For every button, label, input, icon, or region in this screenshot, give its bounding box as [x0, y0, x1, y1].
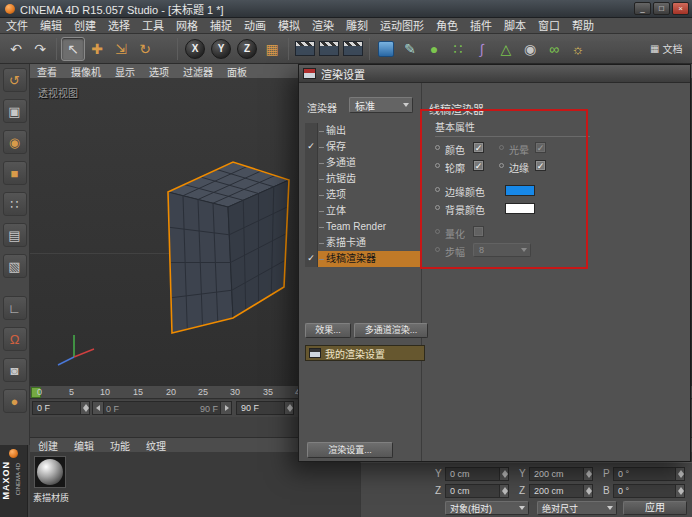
metaball-button[interactable]: ∞ — [542, 37, 566, 61]
light-button[interactable]: ☼ — [566, 37, 590, 61]
menu-item-script[interactable]: 脚本 — [498, 18, 532, 34]
keyframe-dot-icon[interactable] — [499, 145, 504, 150]
keyframe-dot-icon[interactable] — [499, 163, 504, 168]
render-view-button[interactable] — [293, 37, 317, 61]
menu-item-select[interactable]: 选择 — [102, 18, 136, 34]
viewport-menu-filter[interactable]: 过滤器 — [176, 64, 220, 79]
spinner-arrows-icon[interactable] — [80, 402, 89, 414]
list-item-sketch-toon[interactable]: 素描卡通 — [305, 235, 420, 251]
effects-button[interactable]: 效果... — [305, 323, 351, 338]
item-checkbox[interactable] — [305, 187, 318, 203]
size-y-field[interactable]: 200 cm — [529, 467, 593, 481]
spinner-arrows-icon[interactable] — [284, 402, 293, 414]
position-z-field[interactable]: 0 cm — [445, 484, 509, 498]
menu-item-help[interactable]: 帮助 — [566, 18, 600, 34]
menu-item-tools[interactable]: 工具 — [136, 18, 170, 34]
workplane-button[interactable]: ∟ — [3, 296, 27, 320]
polygon-mode-button[interactable]: ▧ — [3, 254, 27, 278]
layout-switcher[interactable]: ▦ 文档 — [650, 41, 688, 56]
floor-button[interactable]: △ — [494, 37, 518, 61]
object-axis-button[interactable]: ■ — [3, 161, 27, 185]
size-z-field[interactable]: 200 cm — [529, 484, 593, 498]
renderer-select[interactable]: 标准 — [349, 97, 413, 113]
apply-button[interactable]: 应用 — [623, 501, 687, 515]
item-checkbox[interactable] — [305, 171, 318, 187]
point-mode-button[interactable]: ∷ — [3, 192, 27, 216]
multipass-button[interactable]: 多通道渲染... — [354, 323, 428, 338]
item-checkbox[interactable] — [305, 235, 318, 251]
list-item-options[interactable]: 选项 — [305, 187, 420, 203]
item-checkbox[interactable]: ✓ — [305, 251, 318, 267]
item-checkbox[interactable] — [305, 155, 318, 171]
list-item-antialiasing[interactable]: 抗锯齿 — [305, 171, 420, 187]
spinner-arrows-icon[interactable] — [499, 468, 508, 480]
color-checkbox[interactable]: ✓ — [473, 142, 484, 153]
keyframe-dot-icon[interactable] — [435, 229, 440, 234]
x-axis-lock-button[interactable]: X — [185, 39, 205, 59]
material-thumbnail[interactable] — [34, 456, 66, 488]
material-menu-create[interactable]: 创建 — [30, 438, 66, 453]
viewport-menu-panel[interactable]: 面板 — [220, 64, 254, 79]
material-menu-texture[interactable]: 纹理 — [138, 438, 174, 453]
menu-item-snap[interactable]: 捕捉 — [204, 18, 238, 34]
list-item-team-render[interactable]: Team Render — [305, 219, 420, 235]
rotation-p-field[interactable]: 0 ° — [613, 467, 685, 481]
rotate-button[interactable]: ↻ — [133, 37, 157, 61]
maximize-button[interactable]: □ — [653, 2, 670, 15]
glow-checkbox[interactable]: ✓ — [535, 142, 546, 153]
snap-toggle-button[interactable]: Ω — [3, 327, 27, 351]
coordinate-system-button[interactable]: ▦ — [260, 37, 284, 61]
cloner-button[interactable]: ∷ — [446, 37, 470, 61]
size-mode-select[interactable]: 绝对尺寸 — [537, 501, 617, 515]
menu-item-create[interactable]: 创建 — [68, 18, 102, 34]
subdivision-surface-button[interactable]: ● — [422, 37, 446, 61]
spinner-arrows-icon[interactable] — [583, 485, 592, 497]
item-checkbox[interactable] — [305, 219, 318, 235]
viewport-menu-display[interactable]: 显示 — [108, 64, 142, 79]
menu-item-sculpt[interactable]: 雕刻 — [340, 18, 374, 34]
menu-item-render[interactable]: 渲染 — [306, 18, 340, 34]
current-frame-spinner[interactable]: 0 F — [32, 401, 90, 415]
spinner-arrows-icon[interactable] — [675, 468, 684, 480]
menu-item-simulate[interactable]: 模拟 — [272, 18, 306, 34]
keyframe-dot-icon[interactable] — [435, 247, 440, 252]
viewport-menu-view[interactable]: 查看 — [30, 64, 64, 79]
item-checkbox[interactable]: ✓ — [305, 139, 318, 155]
live-selection-button[interactable]: ↖ — [61, 37, 85, 61]
frame-range-slider[interactable]: 0 F 90 F — [92, 401, 232, 415]
spinner-arrows-icon[interactable] — [675, 485, 684, 497]
stride-select[interactable]: 8 — [473, 243, 531, 257]
camera-button[interactable]: ◉ — [518, 37, 542, 61]
edge-checkbox[interactable]: ✓ — [535, 160, 546, 171]
spinner-arrows-icon[interactable] — [583, 468, 592, 480]
scale-button[interactable]: ⇲ — [109, 37, 133, 61]
viewport-menu-cameras[interactable]: 摄像机 — [64, 64, 108, 79]
item-checkbox[interactable] — [305, 203, 318, 219]
z-axis-lock-button[interactable]: Z — [237, 39, 257, 59]
make-editable-button[interactable]: ↺ — [3, 68, 27, 92]
outline-checkbox[interactable]: ✓ — [473, 160, 484, 171]
menu-item-plugins[interactable]: 插件 — [464, 18, 498, 34]
dialog-splitter[interactable] — [421, 83, 422, 461]
list-item-stereo[interactable]: 立体 — [305, 203, 420, 219]
redo-button[interactable]: ↷ — [28, 37, 52, 61]
render-settings-button[interactable]: 渲染设置... — [307, 442, 393, 458]
bend-deformer-button[interactable]: ∫ — [470, 37, 494, 61]
item-checkbox[interactable] — [305, 123, 318, 139]
list-item-multipass[interactable]: 多通道 — [305, 155, 420, 171]
model-mode-button[interactable]: ▣ — [3, 99, 27, 123]
list-item-output[interactable]: 输出 — [305, 123, 420, 139]
coordinate-mode-select[interactable]: 对象(相对) — [445, 501, 529, 515]
dialog-titlebar[interactable]: 渲染设置 — [299, 65, 690, 83]
background-color-swatch[interactable] — [505, 203, 535, 214]
texture-mode-button[interactable]: ◉ — [3, 130, 27, 154]
viewport-menu-options[interactable]: 选项 — [142, 64, 176, 79]
cube-mesh[interactable] — [150, 149, 310, 349]
menu-item-window[interactable]: 窗口 — [532, 18, 566, 34]
spline-pen-button[interactable]: ✎ — [398, 37, 422, 61]
list-item-sketch-renderer[interactable]: ✓ 线稿渲染器 — [305, 251, 420, 267]
position-y-field[interactable]: 0 cm — [445, 467, 509, 481]
primitive-cube-button[interactable] — [374, 37, 398, 61]
end-frame-spinner[interactable]: 90 F — [236, 401, 294, 415]
rotation-b-field[interactable]: 0 ° — [613, 484, 685, 498]
